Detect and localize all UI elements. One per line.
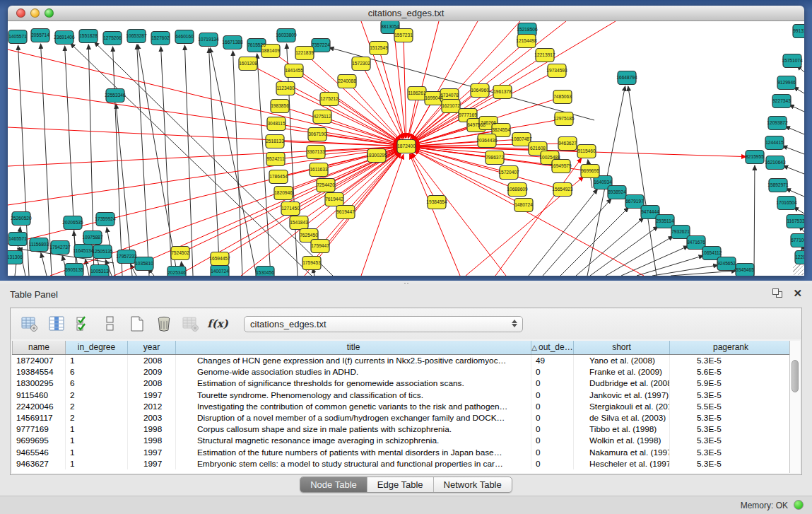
column-header-in_degree[interactable]: in_degree — [66, 341, 128, 354]
network-window-titlebar[interactable]: citations_edges.txt — [8, 6, 804, 21]
graph-node-label: 1064960 — [471, 88, 489, 93]
graph-edge — [276, 124, 398, 145]
column-header-pagerank[interactable]: pagerank — [670, 341, 789, 354]
tab-network-table[interactable]: Network Table — [434, 477, 512, 492]
graph-edge — [652, 265, 718, 276]
graph-edge — [543, 199, 611, 276]
graph-node-label: 10719134 — [198, 37, 219, 42]
delete-table-disabled-icon — [182, 315, 200, 333]
table-row[interactable]: 977716911998Corpus callosum shape and si… — [12, 424, 789, 435]
vertical-scrollbar[interactable] — [789, 341, 800, 473]
table-row[interactable]: 1938455462009Genome-wide association stu… — [12, 366, 789, 378]
table-row[interactable]: 1456911722003Disruption of a novel membe… — [12, 412, 789, 424]
graph-node-label: 20206535 — [62, 220, 83, 225]
tab-node-table[interactable]: Node Table — [300, 477, 367, 492]
cell-year: 2012 — [128, 401, 176, 412]
tab-edge-table[interactable]: Edge Table — [367, 477, 434, 492]
graph-node-label: 1400724 — [211, 269, 229, 274]
column-header-out_de[interactable]: △out_de… — [531, 341, 574, 354]
network-table-select[interactable]: citations_edges.txt — [244, 316, 523, 332]
graph-node-label: 7986372 — [486, 155, 504, 160]
graph-node-label: 1527602 — [151, 35, 170, 40]
delete-trash-icon[interactable] — [155, 315, 173, 333]
cell-name: 22420046 — [12, 401, 66, 412]
graph-edge — [414, 71, 557, 143]
table-panel-title: Table Panel — [10, 289, 58, 300]
scrollbar-thumb[interactable] — [792, 360, 799, 392]
graph-node-label: 1557231 — [394, 33, 413, 37]
table-row[interactable]: 946362711997Embryonic stem cells: a mode… — [12, 458, 789, 469]
graph-node-label: 1220035 — [795, 255, 804, 259]
cell-short: Yano et al. (2008) — [574, 355, 670, 366]
graph-edge — [280, 106, 399, 144]
cell-title: Corpus callosum shape and size in male p… — [176, 424, 531, 435]
table-row[interactable]: 2242004622012Investigating the contribut… — [12, 401, 789, 412]
status-bar: Memory: OK — [0, 496, 812, 514]
table-row[interactable]: 969969511998Structural magnetic resonanc… — [12, 435, 789, 446]
graph-node-label: 16210643 — [765, 160, 786, 165]
graph-node-label: 1601208 — [239, 61, 257, 66]
graph-node-label: 1983856 — [271, 103, 289, 108]
show-columns-icon[interactable] — [47, 315, 66, 333]
network-canvas[interactable]: 1405571205571423691406155182812752061065… — [8, 21, 804, 276]
graph-node-label: 19384554 — [426, 199, 447, 204]
graph-node-label: 9474444 — [641, 209, 659, 214]
cell-title: Investigating the contribution of common… — [176, 401, 531, 412]
table-row[interactable]: 946554611997Estimation of the future num… — [12, 447, 789, 458]
graph-node-label: 1872400 — [397, 144, 416, 148]
graph-node-label: 6771005 — [791, 238, 804, 243]
float-panel-icon[interactable] — [772, 288, 783, 298]
graph-node-label: 1167533 — [787, 218, 804, 223]
graph-node-label: 12154498 — [516, 38, 537, 43]
graph-node-label: 15720407 — [498, 170, 519, 175]
cell-short: Stergiakouli et al. (2012) — [574, 401, 670, 412]
window-resize-grip[interactable] — [793, 264, 804, 275]
graph-node-label: 5905135 — [65, 267, 83, 272]
graph-node-label: 7615526 — [247, 42, 266, 47]
graph-node-label: 11645134 — [73, 248, 94, 253]
column-header-short[interactable]: short — [574, 341, 670, 354]
graph-node-label: 17957233 — [116, 254, 137, 259]
graph-node-label: 23691406 — [54, 35, 75, 40]
graph-node-label: 9463627 — [558, 141, 577, 146]
table-row[interactable]: 1830029562008Estimation of significance … — [12, 378, 789, 389]
cell-out_de: 0 — [531, 447, 574, 458]
graph-node-label: 1621072 — [442, 103, 460, 108]
select-columns-icon[interactable] — [74, 315, 93, 333]
graph-node-label: 16949579 — [551, 163, 572, 168]
cell-short: de Silva et al. (2003) — [574, 412, 670, 424]
graph-node-label: 9524211 — [266, 156, 285, 161]
cell-name: 9465546 — [12, 447, 66, 458]
graph-node-label: 1961378 — [493, 89, 512, 94]
table-settings-icon[interactable] — [20, 315, 39, 333]
graph-node-label: 7932621 — [671, 229, 690, 234]
cell-title: Tourette syndrome. Phenomenology and cla… — [176, 390, 531, 401]
graph-edge — [785, 127, 804, 134]
graph-node-label: 10688609 — [507, 187, 528, 192]
graph-node-label: 9227343 — [772, 98, 791, 103]
table-row[interactable]: 1872400712008Changes of HCN gene express… — [12, 355, 789, 366]
column-header-name[interactable]: name — [12, 341, 66, 354]
table-row[interactable]: 911546021997Tourette syndrome. Phenomeno… — [12, 390, 789, 401]
new-document-icon[interactable] — [128, 315, 146, 333]
cell-year: 1997 — [128, 458, 176, 469]
cell-name: 9463627 — [12, 458, 66, 469]
cell-title: Changes of HCN gene expression and I(f) … — [176, 355, 531, 366]
cell-in_degree: 6 — [66, 366, 128, 378]
graph-node-label: 7254420 — [317, 182, 335, 187]
network-table-select-value: citations_edges.txt — [250, 319, 326, 329]
function-builder-icon[interactable]: f(x) — [208, 315, 227, 333]
column-header-title[interactable]: title — [176, 341, 531, 354]
cell-name: 9777169 — [12, 424, 66, 435]
close-panel-icon[interactable]: ✕ — [793, 288, 802, 298]
row-height-toggle-icon[interactable] — [101, 315, 119, 333]
memory-status-label: Memory: OK — [741, 501, 788, 510]
graph-node-label: 12093872 — [767, 120, 788, 125]
graph-node-label: 1786454 — [269, 174, 288, 179]
cell-year: 1998 — [128, 435, 176, 446]
graph-node-label: 1820946 — [274, 190, 293, 195]
column-header-year[interactable]: year — [128, 341, 176, 354]
graph-node-label: 8215955 — [746, 154, 764, 159]
graph-edge — [783, 165, 804, 174]
memory-ok-icon[interactable] — [794, 500, 804, 510]
